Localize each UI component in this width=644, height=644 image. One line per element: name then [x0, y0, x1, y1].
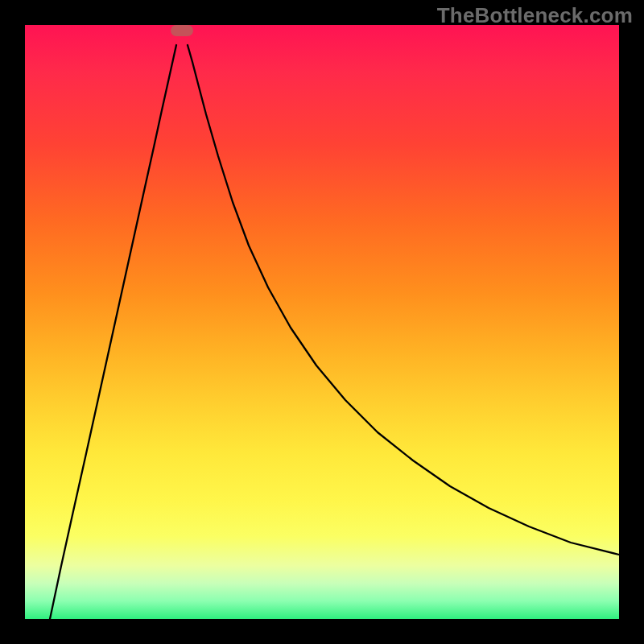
chart-frame: TheBottleneck.com [0, 0, 644, 644]
curve-left-branch [50, 45, 176, 619]
plot-area [25, 25, 619, 619]
watermark-text: TheBottleneck.com [437, 3, 633, 28]
minimum-marker [171, 25, 193, 36]
curve-right-branch [188, 45, 619, 555]
curve-layer [25, 25, 619, 619]
